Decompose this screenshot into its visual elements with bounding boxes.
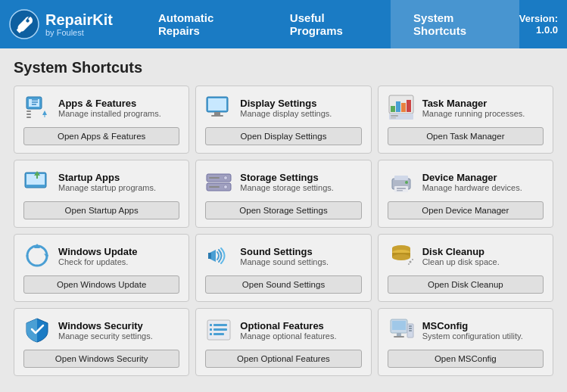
logo-area: RepairKit by Foulest [9, 9, 113, 39]
card-title: Optional Features [240, 320, 336, 331]
svg-rect-53 [210, 324, 212, 326]
svg-rect-58 [213, 333, 224, 335]
svg-rect-61 [397, 333, 401, 336]
svg-rect-13 [208, 98, 226, 110]
svg-rect-17 [391, 106, 395, 112]
card-header: Task Manager Manage running processes. [388, 94, 544, 121]
svg-rect-14 [214, 112, 220, 115]
card-info: Optional Features Manage optional featur… [240, 320, 336, 341]
card-desc: Manage optional features. [240, 331, 336, 341]
card-header: Windows Update Check for updates. [23, 242, 179, 269]
card-storage-settings: Storage Settings Manage storage settings… [195, 160, 371, 228]
windows-update-icon [23, 242, 51, 269]
card-desc: Manage startup programs. [58, 183, 156, 192]
card-header: MSConfig System configuration utility. [388, 316, 544, 344]
optional-features-icon [205, 316, 232, 344]
svg-rect-38 [397, 188, 406, 189]
page-title: System Shortcuts [14, 59, 553, 76]
nav-useful-programs[interactable]: Useful Programs [267, 0, 391, 48]
svg-rect-54 [213, 324, 227, 326]
svg-rect-57 [210, 333, 212, 335]
sound-settings-icon [205, 242, 232, 269]
nav-system-shortcuts[interactable]: System Shortcuts [391, 0, 519, 48]
open-task-manager-button[interactable]: Open Task Manager [388, 127, 544, 145]
startup-apps-icon [23, 168, 51, 195]
open-device-manager-button[interactable]: Open Device Manager [388, 201, 544, 219]
card-desc: System configuration utility. [422, 331, 523, 341]
open-msconfig-button[interactable]: Open MSConfig [388, 350, 544, 368]
card-title: MSConfig [422, 320, 523, 331]
card-header: Startup Apps Manage startup programs. [23, 168, 179, 195]
windows-security-icon [23, 316, 51, 344]
card-header: Windows Security Manage security setting… [23, 316, 179, 344]
svg-rect-25 [26, 174, 45, 185]
svg-rect-35 [394, 176, 408, 180]
svg-rect-56 [213, 328, 227, 331]
card-title: Sound Settings [240, 246, 329, 257]
open-optional-features-button[interactable]: Open Optional Features [205, 350, 361, 368]
open-display-settings-button[interactable]: Open Display Settings [205, 127, 361, 145]
svg-rect-39 [397, 190, 403, 191]
card-sound-settings: Sound Settings Manage sound settings. Op… [195, 234, 371, 302]
svg-rect-5 [26, 114, 31, 115]
card-title: Disk Cleanup [422, 246, 500, 257]
card-desc: Clean up disk space. [422, 257, 500, 266]
card-info: MSConfig System configuration utility. [422, 320, 523, 341]
open-apps-features-button[interactable]: Open Apps & Features [23, 127, 179, 145]
open-sound-settings-button[interactable]: Open Sound Settings [205, 275, 361, 294]
main-nav: Automatic Repairs Useful Programs System… [136, 0, 519, 48]
card-title: Windows Update [58, 246, 138, 257]
card-desc: Manage running processes. [422, 109, 525, 118]
svg-rect-43 [208, 253, 211, 259]
app-byline: by Foulest [45, 28, 113, 37]
card-desc: Manage storage settings. [240, 183, 334, 192]
main-content: System Shortcuts [0, 48, 567, 387]
card-title: Storage Settings [240, 172, 334, 183]
card-title: Device Manager [422, 172, 522, 183]
svg-rect-18 [396, 101, 400, 112]
card-windows-update: Windows Update Check for updates. Open W… [14, 234, 189, 302]
app-name: RepairKit [45, 11, 113, 28]
svg-point-50 [412, 259, 413, 260]
svg-point-48 [392, 254, 410, 260]
open-windows-security-button[interactable]: Open Windows Security [23, 350, 179, 368]
card-startup-apps: Startup Apps Manage startup programs. Op… [14, 160, 189, 228]
card-desc: Manage installed programs. [58, 109, 161, 118]
svg-rect-6 [26, 117, 31, 118]
svg-rect-33 [209, 186, 220, 188]
card-desc: Manage security settings. [58, 331, 153, 341]
nav-automatic-repairs[interactable]: Automatic Repairs [136, 0, 267, 48]
svg-rect-23 [391, 117, 396, 119]
logo-text: RepairKit by Foulest [45, 11, 113, 37]
open-windows-update-button[interactable]: Open Windows Update [23, 275, 179, 294]
svg-point-51 [408, 263, 410, 265]
open-storage-settings-button[interactable]: Open Storage Settings [205, 201, 361, 219]
open-disk-cleanup-button[interactable]: Open Disk Cleanup [388, 275, 544, 294]
svg-rect-55 [210, 328, 212, 331]
card-disk-cleanup: Disk Cleanup Clean up disk space. Open D… [378, 234, 553, 302]
svg-rect-66 [409, 330, 412, 331]
app-logo-icon [9, 9, 39, 39]
svg-point-31 [224, 185, 228, 189]
card-title: Task Manager [422, 98, 525, 109]
card-info: Sound Settings Manage sound settings. [240, 246, 329, 266]
disk-cleanup-icon [388, 242, 415, 269]
card-info: Disk Cleanup Clean up disk space. [422, 246, 500, 266]
storage-settings-icon [205, 168, 232, 195]
card-desc: Manage display settings. [240, 109, 332, 118]
open-startup-apps-button[interactable]: Open Startup Apps [23, 201, 179, 219]
apps-features-icon [23, 94, 51, 121]
card-info: Task Manager Manage running processes. [422, 98, 525, 118]
card-info: Display Settings Manage display settings… [240, 98, 332, 118]
card-info: Device Manager Manage hardware devices. [422, 172, 522, 192]
svg-rect-22 [391, 115, 398, 117]
card-header: Apps & Features Manage installed program… [23, 94, 179, 121]
card-desc: Manage sound settings. [240, 257, 329, 266]
card-header: Disk Cleanup Clean up disk space. [388, 242, 544, 269]
card-msconfig: MSConfig System configuration utility. O… [378, 308, 553, 376]
shortcuts-grid: Apps & Features Manage installed program… [14, 86, 553, 376]
svg-rect-64 [409, 325, 412, 327]
card-title: Windows Security [58, 320, 153, 331]
svg-rect-60 [392, 321, 406, 330]
card-task-manager: Task Manager Manage running processes. O… [378, 86, 553, 154]
